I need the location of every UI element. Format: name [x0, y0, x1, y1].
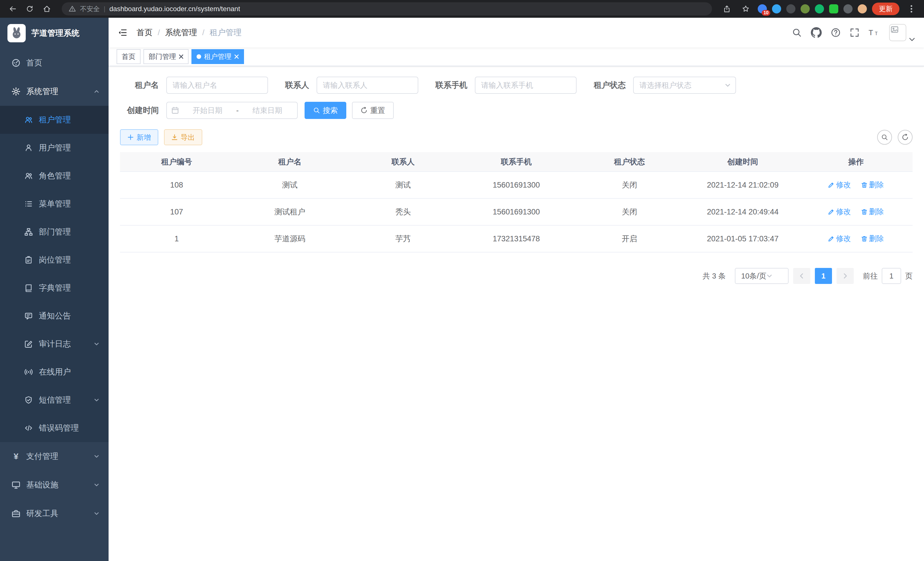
sidebar-item-label: 首页 [26, 57, 42, 68]
delete-link[interactable]: 删除 [861, 207, 884, 217]
filter-create-time: 创建时间 开始日期 - 结束日期 [120, 102, 298, 119]
edit-link[interactable]: 修改 [828, 234, 851, 244]
table-row: 107 测试租户 秃头 15601691300 关闭 2021-12-14 20… [120, 199, 913, 225]
font-size-icon[interactable]: TT [868, 28, 880, 37]
cell-created: 2021-12-14 21:02:09 [686, 171, 799, 199]
sidebar-item-auditlog[interactable]: 审计日志 [0, 330, 109, 358]
breadcrumb-item-home[interactable]: 首页 [136, 27, 153, 38]
sidebar-item-label: 基础设施 [26, 480, 58, 490]
refresh-button[interactable] [898, 130, 913, 145]
tab-tenant[interactable]: 租户管理 [191, 49, 244, 64]
tab-home[interactable]: 首页 [117, 49, 141, 64]
export-button-label: 导出 [181, 133, 195, 142]
github-icon[interactable] [811, 27, 822, 38]
dashboard-icon [11, 59, 21, 67]
mobile-input[interactable] [475, 77, 577, 94]
bookmark-star-icon[interactable] [739, 2, 753, 16]
cell-tenant-name: 测试租户 [233, 199, 346, 225]
back-icon[interactable] [6, 2, 20, 16]
filter-label: 联系手机 [435, 80, 467, 91]
goto-label: 前往 [863, 271, 878, 281]
user-menu[interactable] [889, 24, 915, 41]
app-logo-row[interactable]: 芋道管理系统 [0, 18, 109, 49]
extension-icon[interactable]: 10 [758, 4, 767, 14]
sidebar-item-notice[interactable]: 通知公告 [0, 302, 109, 330]
badge-icon [24, 256, 33, 264]
next-page-button[interactable] [837, 268, 854, 284]
filter-tenant-name: 租户名 [120, 77, 268, 94]
chevron-down-icon [94, 453, 99, 459]
prev-page-button[interactable] [793, 268, 810, 284]
close-icon[interactable] [179, 54, 183, 59]
sidebar-item-role[interactable]: 角色管理 [0, 162, 109, 190]
close-icon[interactable] [234, 54, 239, 59]
monitor-icon [11, 481, 21, 489]
browser-update-button[interactable]: 更新 [872, 3, 899, 15]
share-icon[interactable] [720, 2, 734, 16]
delete-link-label: 删除 [869, 207, 884, 217]
delete-link[interactable]: 删除 [861, 180, 884, 190]
toggle-search-button[interactable] [877, 130, 892, 145]
search-icon[interactable] [792, 28, 802, 38]
edit-link[interactable]: 修改 [828, 180, 851, 190]
add-button[interactable]: 新增 [120, 129, 158, 145]
reload-icon[interactable] [23, 2, 37, 16]
sidebar-item-label: 系统管理 [26, 86, 58, 97]
kebab-menu-icon[interactable] [904, 2, 918, 16]
page-content: 租户名 联系人 联系手机 租户状态 请选择租户状态 [109, 66, 924, 561]
extension-icon[interactable] [815, 4, 824, 14]
reset-button[interactable]: 重置 [352, 102, 394, 119]
breadcrumb-item-system[interactable]: 系统管理 [165, 27, 197, 38]
search-button[interactable]: 搜索 [304, 102, 346, 119]
goto-page-input[interactable] [882, 268, 901, 284]
svg-text:T: T [868, 28, 873, 37]
address-bar[interactable]: 不安全 | dashboard.yudao.iocoder.cn/system/… [62, 2, 712, 15]
sidebar-item-home[interactable]: 首页 [0, 49, 109, 77]
extension-icon[interactable] [772, 4, 781, 14]
sidebar-item-label: 字典管理 [39, 283, 71, 293]
extension-icon[interactable] [829, 4, 838, 14]
tenant-status-select[interactable]: 请选择租户状态 [633, 77, 736, 94]
edit-link[interactable]: 修改 [828, 207, 851, 217]
right-toolbar [877, 130, 913, 145]
sidebar-item-user[interactable]: 用户管理 [0, 134, 109, 162]
export-button[interactable]: 导出 [164, 129, 202, 145]
column-header: 联系人 [346, 152, 460, 171]
tags-view: 首页 部门管理 租户管理 [109, 47, 924, 66]
sidebar-item-dept[interactable]: 部门管理 [0, 218, 109, 246]
puzzle-extension-icon[interactable] [843, 4, 853, 14]
sidebar-item-online[interactable]: 在线用户 [0, 358, 109, 386]
sidebar-item-post[interactable]: 岗位管理 [0, 246, 109, 274]
cell-created: 2021-12-14 20:49:44 [686, 199, 799, 225]
date-range-picker[interactable]: 开始日期 - 结束日期 [166, 102, 298, 119]
sidebar-item-menu[interactable]: 菜单管理 [0, 190, 109, 218]
filter-row-2: 创建时间 开始日期 - 结束日期 搜索 [120, 102, 913, 119]
tenant-name-input[interactable] [166, 77, 268, 94]
total-count: 共 3 条 [703, 271, 726, 281]
chevron-down-icon [94, 341, 99, 347]
profile-avatar-icon[interactable] [858, 4, 867, 14]
fullscreen-icon[interactable] [850, 28, 860, 38]
sidebar-item-infra[interactable]: 基础设施 [0, 471, 109, 499]
sidebar-item-label: 短信管理 [39, 395, 71, 405]
extension-icon[interactable] [801, 4, 810, 14]
sidebar-item-dict[interactable]: 字典管理 [0, 274, 109, 302]
contact-input[interactable] [316, 77, 418, 94]
page-number-button[interactable]: 1 [815, 268, 832, 284]
extension-icon[interactable] [786, 4, 795, 14]
breadcrumb-separator: / [202, 28, 205, 37]
sidebar-item-payment[interactable]: ¥ 支付管理 [0, 442, 109, 471]
home-icon[interactable] [40, 2, 54, 16]
sidebar-item-devtools[interactable]: 研发工具 [0, 499, 109, 528]
sidebar-item-tenant[interactable]: 租户管理 [0, 106, 109, 134]
tab-dept[interactable]: 部门管理 [143, 49, 189, 64]
page-size-select[interactable]: 10条/页 [735, 268, 789, 284]
sidebar-item-errorcode[interactable]: 错误码管理 [0, 414, 109, 442]
date-range-separator: - [236, 106, 239, 115]
sidebar-item-system[interactable]: 系统管理 [0, 77, 109, 106]
sidebar-item-sms[interactable]: 短信管理 [0, 386, 109, 414]
help-icon[interactable] [831, 28, 841, 38]
cell-actions: 修改 删除 [800, 199, 913, 225]
sidebar-toggle[interactable] [118, 28, 128, 38]
delete-link[interactable]: 删除 [861, 234, 884, 244]
